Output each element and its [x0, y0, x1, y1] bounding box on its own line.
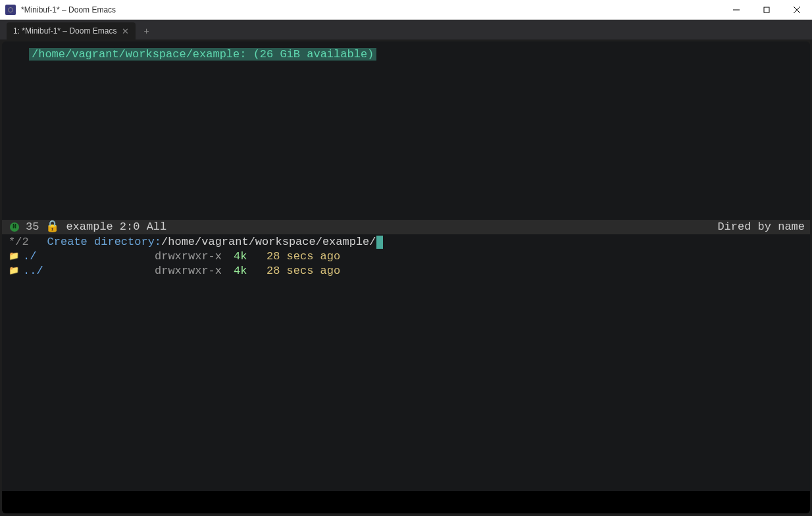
list-item[interactable]: 📁 ./ drwxrwxr-x 4k 28 secs ago [9, 249, 810, 264]
tab-label: 1: *Minibuf-1* – Doom Emacs [13, 26, 116, 36]
editor-area[interactable]: /home/vagrant/workspace/example: (26 GiB… [2, 41, 810, 513]
window-title: *Minibuf-1* – Doom Emacs [21, 5, 721, 14]
modeline: N 35 🔒 example 2:0 All Dired by name [2, 220, 810, 234]
minibuf-marker: */2 [9, 235, 29, 249]
new-tab-button[interactable]: + [136, 22, 157, 39]
modeline-number: 35 [26, 220, 39, 234]
cursor-position: 2:0 All [120, 220, 166, 234]
state-icon: N [10, 222, 19, 232]
entry-time: 28 secs ago [266, 264, 340, 278]
buffer-header: /home/vagrant/workspace/example: (26 GiB… [29, 47, 376, 62]
app-icon [5, 5, 16, 15]
minimize-button[interactable] [721, 0, 751, 19]
list-item[interactable]: 📁 ../ drwxrwxr-x 4k 28 secs ago [9, 264, 810, 278]
bottom-strip [2, 491, 810, 513]
mode-name: Dired by name [717, 220, 805, 234]
minibuffer[interactable]: */2 Create directory: /home/vagrant/work… [9, 235, 810, 249]
svg-rect-1 [764, 7, 769, 13]
entry-perms: drwxrwxr-x [155, 249, 234, 264]
tab-active[interactable]: 1: *Minibuf-1* – Doom Emacs ✕ [7, 22, 136, 39]
buffer-name: example [66, 220, 113, 234]
entry-name: ../ [23, 264, 155, 278]
entry-size: 4k [234, 249, 266, 264]
entry-time: 28 secs ago [266, 249, 340, 264]
maximize-button[interactable] [751, 0, 782, 19]
entry-size: 4k [234, 264, 266, 278]
buffer-header-text: /home/vagrant/workspace/example: (26 GiB… [29, 48, 376, 61]
minibuf-input[interactable]: /home/vagrant/workspace/example/ [161, 235, 376, 249]
lock-icon: 🔒 [45, 220, 59, 234]
app-frame: 1: *Minibuf-1* – Doom Emacs ✕ + /home/va… [0, 20, 812, 516]
tab-bar: 1: *Minibuf-1* – Doom Emacs ✕ + [0, 20, 812, 39]
entry-name: ./ [23, 249, 155, 264]
folder-icon: 📁 [9, 264, 19, 278]
window-controls [721, 0, 812, 19]
completion-list: 📁 ./ drwxrwxr-x 4k 28 secs ago 📁 ../ drw… [9, 249, 810, 278]
cursor [376, 236, 383, 249]
minibuf-prompt: Create directory: [47, 235, 161, 249]
entry-perms: drwxrwxr-x [155, 264, 234, 278]
folder-icon: 📁 [9, 249, 19, 264]
close-button[interactable] [782, 0, 812, 19]
titlebar: *Minibuf-1* – Doom Emacs [0, 0, 812, 20]
close-icon[interactable]: ✕ [122, 26, 129, 36]
